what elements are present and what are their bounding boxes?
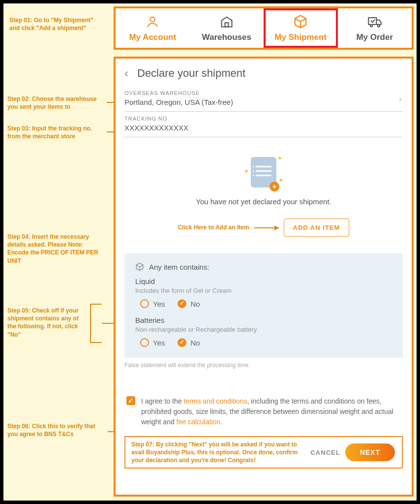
chevron-right-icon: › bbox=[399, 94, 402, 104]
step-5-text: Step 05: Check off if your shipment cont… bbox=[7, 307, 86, 339]
tab-label: My Order bbox=[356, 32, 393, 42]
package-icon bbox=[293, 14, 308, 30]
batteries-no-radio[interactable]: No bbox=[178, 338, 200, 347]
agree-checkbox[interactable] bbox=[126, 396, 135, 405]
empty-state: ✦ ✦ ✦ + You have not yet declared your s… bbox=[124, 157, 403, 206]
tracking-field[interactable]: TRACKING NO. XXXXXXXXXXXXX bbox=[124, 112, 403, 137]
batteries-yes-radio[interactable]: Yes bbox=[140, 338, 165, 347]
nav-tabs: My Account Warehouses My Shipment bbox=[114, 6, 414, 50]
tab-warehouses[interactable]: Warehouses bbox=[190, 8, 264, 48]
fee-calc-link[interactable]: fee calculation bbox=[177, 418, 221, 426]
warehouse-icon bbox=[220, 14, 234, 30]
field-label: TRACKING NO. bbox=[124, 116, 403, 122]
bracket-icon bbox=[90, 304, 102, 343]
liquid-no-radio[interactable]: No bbox=[178, 299, 200, 308]
active-tab-highlight: My Shipment bbox=[264, 8, 338, 48]
agree-row: I agree to the terms and conditions, inc… bbox=[124, 396, 403, 427]
empty-state-text: You have not yet declared your shipment. bbox=[124, 197, 403, 206]
liquid-label: Liquid bbox=[135, 277, 392, 285]
liquid-sublabel: Includes the form of Gel or Cream bbox=[135, 287, 392, 294]
cancel-button[interactable]: CANCEL bbox=[310, 449, 340, 456]
tab-my-order[interactable]: My Order bbox=[338, 8, 412, 48]
step-4-text: Step 04: Insert the necessary details as… bbox=[7, 233, 106, 265]
step-6-text: Step 06: Click this to verify that you a… bbox=[7, 422, 106, 438]
field-label: OVERSEAS WAREHOUSE bbox=[124, 90, 403, 96]
declare-shipment-panel: ‹ Declare your shipment OVERSEAS WAREHOU… bbox=[114, 57, 414, 497]
annotation-sidebar: Step 01: Go to "My Shipment" and click "… bbox=[3, 3, 114, 501]
back-button[interactable]: ‹ bbox=[124, 66, 128, 80]
document-illustration: ✦ ✦ ✦ + bbox=[251, 157, 276, 190]
step-2-text: Step 02: Choose the warehouse you sent y… bbox=[7, 95, 106, 111]
batteries-sublabel: Non-rechargeable or Rechargeable battery bbox=[135, 326, 392, 333]
step-1-text: Step 01: Go to "My Shipment" and click "… bbox=[9, 16, 103, 32]
item-contains-panel: Any item contains: Liquid Includes the f… bbox=[124, 253, 403, 358]
truck-icon bbox=[367, 14, 382, 30]
main-content: My Account Warehouses My Shipment bbox=[114, 3, 414, 501]
tab-label: Warehouses bbox=[202, 32, 251, 42]
cube-icon bbox=[135, 262, 144, 271]
tab-label: My Account bbox=[129, 32, 176, 42]
person-icon bbox=[146, 14, 159, 30]
svg-point-0 bbox=[150, 17, 155, 22]
plus-icon: + bbox=[270, 182, 279, 191]
agree-text: I agree to the terms and conditions, inc… bbox=[141, 396, 401, 427]
tab-label: My Shipment bbox=[274, 32, 327, 42]
terms-link[interactable]: terms and conditions bbox=[183, 397, 247, 405]
add-item-button[interactable]: ADD AN ITEM bbox=[284, 219, 350, 237]
arrow-icon bbox=[254, 227, 279, 228]
field-value: Portland, Oregon, USA (Tax-free) bbox=[124, 98, 403, 106]
step-7-text: Step 07: By clicking "Next" you will be … bbox=[125, 438, 310, 468]
liquid-yes-radio[interactable]: Yes bbox=[140, 299, 165, 308]
contains-heading: Any item contains: bbox=[149, 263, 210, 271]
batteries-label: Batteries bbox=[135, 316, 392, 324]
page-title: Declare your shipment bbox=[137, 67, 245, 80]
svg-rect-1 bbox=[225, 23, 228, 27]
disclaimer-text: False statement will extend the processi… bbox=[124, 362, 403, 369]
svg-point-4 bbox=[378, 25, 380, 27]
warehouse-field[interactable]: OVERSEAS WAREHOUSE Portland, Oregon, USA… bbox=[124, 86, 403, 112]
next-button[interactable]: NEXT bbox=[345, 443, 395, 461]
tab-my-shipment[interactable]: My Shipment bbox=[264, 8, 338, 48]
field-value: XXXXXXXXXXXXX bbox=[124, 124, 403, 132]
svg-rect-2 bbox=[368, 18, 376, 25]
svg-point-3 bbox=[370, 25, 373, 27]
tab-my-account[interactable]: My Account bbox=[116, 8, 190, 48]
add-item-hint: Click Here to Add an Item bbox=[178, 223, 249, 231]
step-3-text: Step 03: Input the tracking no. from the… bbox=[7, 125, 106, 140]
footer-actions: Step 07: By clicking "Next" you will be … bbox=[124, 436, 403, 469]
